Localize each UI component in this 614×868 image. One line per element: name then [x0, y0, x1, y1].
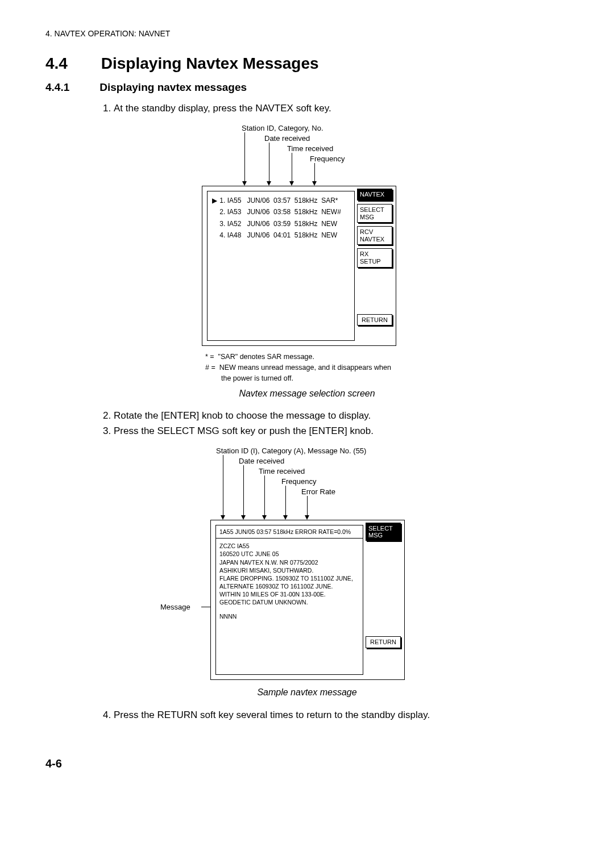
row-no: 3. [219, 220, 225, 228]
note-hash-text-line2: the power is turned off. [205, 373, 399, 384]
steps-middle: Rotate the [ENTER] knob to choose the me… [45, 410, 569, 438]
message-area: 1A55 JUN/05 03:57 518kHz ERROR RATE=0.0%… [215, 525, 363, 675]
legend-notes: * = "SAR" denotes SAR message. # = NEW m… [202, 352, 399, 383]
message-label-text: Message [160, 603, 190, 611]
caption-screen1: Navtex message selection screen [45, 387, 569, 400]
callout-time-received: Time received [259, 466, 305, 477]
softkey-column: SELECT MSG RETURN [366, 523, 401, 652]
softkey-return[interactable]: RETURN [357, 314, 392, 326]
row-time: 03:59 [273, 220, 291, 228]
callout-error-rate: Error Rate [301, 487, 335, 497]
softkey-rx-setup[interactable]: RX SETUP [357, 248, 392, 267]
msg-line: ASHIKURI MISAKI, SOUTHWARD. [219, 566, 359, 574]
row-no: 2. [219, 208, 225, 216]
row-freq: 518kHz [294, 231, 318, 239]
row-id: IA48 [227, 231, 242, 239]
msg-line-blank [219, 607, 359, 612]
list-row-4: 4. IA48 JUN/06 04:01 518kHz NEW [212, 231, 350, 240]
message-header-line: 1A55 JUN/05 03:57 518kHz ERROR RATE=0.0% [216, 525, 363, 539]
softkey-title-navtex: NAVTEX [357, 189, 392, 201]
msg-line: 160520 UTC JUNE 05 [219, 550, 359, 558]
msg-line: WITHIN 10 MILES OF 31-00N 133-00E. [219, 590, 359, 598]
callout-frequency: Frequency [281, 477, 316, 487]
screen1-diagram: Station ID, Category, No. Date received … [202, 123, 412, 383]
callout-frequency: Frequency [310, 154, 345, 164]
section-number: 4.4 [45, 53, 97, 74]
callout-date-received: Date received [264, 133, 310, 144]
row-date: JUN/06 [247, 231, 269, 239]
row-tag: NEW [321, 220, 337, 228]
row-id: IA53 [227, 208, 242, 216]
msg-line: ZCZC IA55 [219, 542, 359, 550]
pointer-icon: ▶ [212, 196, 218, 205]
row-time: 03:57 [273, 197, 291, 205]
navtex-selection-screen: ▶ 1. IA55 JUN/06 03:57 518kHz SAR* 2. IA… [202, 186, 396, 346]
page-header: 4. NAVTEX OPERATION: NAVNET [45, 28, 569, 39]
softkey-column: NAVTEX SELECT MSG RCV NAVTEX RX SETUP RE… [357, 189, 392, 329]
msg-line: NNNN [219, 612, 359, 620]
step-2: Rotate the [ENTER] knob to choose the me… [114, 410, 569, 423]
callout-station-cat-no: Station ID (I), Category (A), Message No… [216, 446, 366, 456]
msg-line: GEODETIC DATUM UNKNOWN. [219, 598, 359, 606]
message-label: Message [160, 602, 190, 612]
steps-after-screen2: Press the RETURN soft key several times … [45, 709, 569, 722]
subsection-number: 4.4.1 [45, 80, 97, 95]
list-row-2: 2. IA53 JUN/06 03:58 518kHz NEW# [212, 207, 350, 216]
row-time: 03:58 [273, 208, 291, 216]
callout-date-received: Date received [239, 456, 284, 466]
row-freq: 518kHz [294, 220, 318, 228]
section-title-text: Displaying Navtex Messages [101, 55, 319, 72]
row-date: JUN/06 [247, 197, 269, 205]
note-star-text: "SAR" denotes SAR message. [218, 353, 314, 361]
caption-screen2: Sample navtex message [45, 686, 569, 699]
list-row-1: ▶ 1. IA55 JUN/06 03:57 518kHz SAR* [212, 196, 350, 205]
step-3: Press the SELECT MSG soft key or push th… [114, 425, 569, 438]
page-number: 4-6 [45, 756, 569, 771]
softkey-select-msg[interactable]: SELECT MSG [357, 204, 392, 223]
msg-line: ALTERNATE 160930Z TO 161100Z JUNE. [219, 582, 359, 590]
step-4: Press the RETURN soft key several times … [114, 709, 569, 722]
row-freq: 518kHz [294, 197, 318, 205]
screen2-diagram: Station ID (I), Category (A), Message No… [188, 446, 426, 680]
msg-line: JAPAN NAVTEX N.W. NR 0775/2002 [219, 558, 359, 566]
msg-line: FLARE DROPPING. 150930Z TO 151100Z JUNE, [219, 574, 359, 582]
row-id: IA55 [227, 197, 242, 205]
subsection-title: 4.4.1 Displaying navtex messages [45, 80, 569, 95]
message-body: ZCZC IA55 160520 UTC JUNE 05 JAPAN NAVTE… [216, 539, 363, 624]
section-title: 4.4 Displaying Navtex Messages [45, 53, 569, 74]
softkey-return[interactable]: RETURN [366, 636, 401, 648]
callout-station-id: Station ID, Category, No. [242, 123, 323, 133]
softkey-rcv-navtex[interactable]: RCV NAVTEX [357, 226, 392, 245]
row-id: IA52 [227, 220, 242, 228]
steps-before-screen1: At the standby display, press the NAVTEX… [45, 102, 569, 115]
list-row-3: 3. IA52 JUN/06 03:59 518kHz NEW [212, 219, 350, 228]
row-time: 04:01 [273, 231, 291, 239]
step-1: At the standby display, press the NAVTEX… [114, 102, 569, 115]
note-star-prefix: * = [205, 353, 214, 361]
note-hash-prefix: # = [205, 364, 215, 372]
row-date: JUN/06 [247, 208, 269, 216]
row-tag: NEW [321, 231, 337, 239]
row-date: JUN/06 [247, 220, 269, 228]
navtex-message-screen: 1A55 JUN/05 03:57 518kHz ERROR RATE=0.0%… [210, 520, 405, 680]
softkey-title-select-msg: SELECT MSG [366, 523, 401, 541]
row-tag: SAR* [321, 197, 338, 205]
message-list: ▶ 1. IA55 JUN/06 03:57 518kHz SAR* 2. IA… [207, 191, 355, 341]
row-no: 4. [219, 231, 225, 239]
subsection-title-text: Displaying navtex messages [99, 81, 247, 93]
callout-time-received: Time received [287, 144, 333, 154]
note-hash-text-line1: NEW means unread message, and it disappe… [219, 364, 391, 372]
row-no: 1. [219, 197, 225, 205]
row-tag: NEW# [321, 208, 341, 216]
row-freq: 518kHz [294, 208, 318, 216]
